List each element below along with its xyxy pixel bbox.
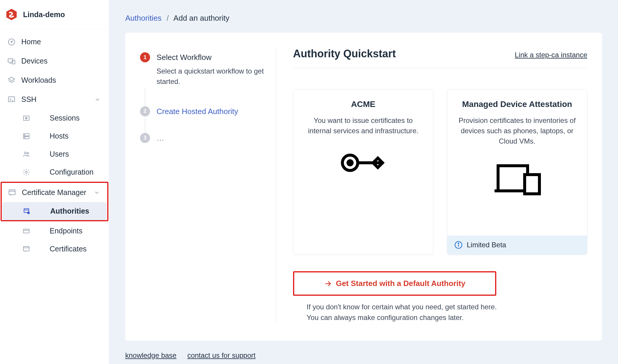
- wizard-connector: [145, 89, 145, 106]
- wizard-step-1: 1 Select Workflow Select a quickstart wo…: [140, 52, 270, 87]
- cta-label: Get Started with a Default Authority: [336, 279, 465, 288]
- wizard-step-2[interactable]: 2 Create Hosted Authority: [140, 106, 270, 116]
- default-authority-button[interactable]: Get Started with a Default Authority: [294, 272, 495, 295]
- beta-label: Limited Beta: [467, 241, 506, 249]
- svg-rect-32: [525, 175, 539, 194]
- footer-support-link[interactable]: contact us for support: [187, 351, 256, 359]
- nav-cert-manager[interactable]: Certificate Manager: [2, 183, 107, 202]
- brand-logo-icon: [5, 8, 18, 21]
- svg-rect-7: [9, 97, 15, 101]
- stack-icon: [7, 76, 16, 84]
- cta-row: Get Started with a Default Authority If …: [293, 271, 587, 323]
- devices-icon: [7, 57, 16, 65]
- footer-links: knowledge base contact us for support: [125, 341, 602, 364]
- main-area: Authorities / Add an authority 1 Select …: [109, 0, 618, 364]
- tile-mda-title: Managed Device Attestation: [462, 99, 572, 110]
- nav-home[interactable]: Home: [2, 32, 107, 51]
- nav-workloads-label: Workloads: [21, 76, 56, 84]
- svg-rect-18: [9, 190, 15, 194]
- sidebar-highlight: Certificate Manager Authorities: [1, 182, 108, 221]
- step-3-title: …: [157, 134, 164, 143]
- brand: Linda-demo: [0, 0, 109, 29]
- nav-ssh-configuration[interactable]: Configuration: [2, 163, 107, 181]
- svg-point-17: [25, 171, 27, 173]
- key-icon: [338, 148, 388, 178]
- step-2-title: Create Hosted Authority: [157, 107, 238, 116]
- svg-rect-24: [23, 229, 29, 233]
- nav-ssh-hosts-label: Hosts: [50, 132, 69, 140]
- nav-cm-label: Certificate Manager: [22, 188, 86, 197]
- server-icon: [22, 132, 31, 140]
- nav-cm-endpoints-label: Endpoints: [50, 227, 82, 235]
- nav-cm-authorities-label: Authorities: [50, 207, 89, 215]
- tile-acme[interactable]: ACME You want to issue certificates to i…: [293, 89, 433, 255]
- wizard-step-3: 3 …: [140, 133, 270, 143]
- certificate-icon: [22, 245, 31, 253]
- nav-home-label: Home: [21, 38, 41, 46]
- sidebar: Linda-demo Home Devices Workloads: [0, 0, 109, 364]
- nav-devices[interactable]: Devices: [2, 51, 107, 71]
- step-1-title: Select Workflow: [157, 53, 270, 62]
- nav-workloads[interactable]: Workloads: [2, 71, 107, 90]
- step-number-2: 2: [140, 106, 150, 116]
- step-1-desc: Select a quickstart workflow to get star…: [157, 66, 270, 87]
- nav-ssh-users[interactable]: Users: [2, 145, 107, 163]
- svg-point-15: [25, 152, 27, 154]
- main-card: 1 Select Workflow Select a quickstart wo…: [125, 33, 602, 341]
- nav-cm-certificates-label: Certificates: [50, 245, 87, 253]
- svg-point-35: [458, 243, 459, 244]
- svg-point-2: [11, 41, 12, 43]
- breadcrumb-current: Add an authority: [173, 14, 229, 22]
- svg-point-29: [348, 161, 352, 165]
- content-panel: Authority Quickstart Link a step-ca inst…: [282, 48, 587, 323]
- tile-mda[interactable]: Managed Device Attestation Provision cer…: [447, 89, 587, 255]
- nav-ssh-sessions[interactable]: Sessions: [2, 109, 107, 127]
- page-title: Authority Quickstart: [293, 48, 396, 60]
- info-icon: [454, 241, 463, 249]
- nav-devices-label: Devices: [21, 57, 48, 65]
- tile-acme-title: ACME: [351, 99, 375, 110]
- nav-cm-certificates[interactable]: Certificates: [2, 240, 107, 258]
- step-number-3: 3: [140, 133, 150, 143]
- tile-acme-desc: You want to issue certificates to intern…: [302, 116, 424, 136]
- nav-ssh-label: SSH: [21, 95, 36, 104]
- footer-kb-link[interactable]: knowledge base: [125, 351, 176, 359]
- gear-icon: [22, 168, 31, 176]
- shield-lock-icon: [22, 207, 31, 215]
- content-header: Authority Quickstart Link a step-ca inst…: [293, 48, 587, 68]
- svg-point-16: [27, 152, 29, 154]
- arrow-right-icon: [324, 280, 332, 287]
- wizard-steps: 1 Select Workflow Select a quickstart wo…: [140, 48, 276, 323]
- gauge-icon: [7, 38, 16, 46]
- chevron-down-icon: [94, 96, 101, 103]
- svg-marker-10: [26, 117, 28, 119]
- nav-ssh-sessions-label: Sessions: [50, 114, 79, 122]
- quickstart-tiles: ACME You want to issue certificates to i…: [293, 89, 587, 255]
- play-window-icon: [22, 114, 31, 122]
- tile-mda-desc: Provision certificates to inventories of…: [456, 116, 578, 146]
- svg-rect-26: [23, 246, 29, 251]
- nav-ssh-config-label: Configuration: [50, 168, 94, 176]
- step-number-1: 1: [140, 52, 150, 62]
- terminal-icon: [7, 95, 16, 104]
- nav-cm-authorities[interactable]: Authorities: [2, 202, 107, 220]
- svg-marker-6: [9, 77, 15, 81]
- users-icon: [22, 150, 31, 158]
- breadcrumb-separator: /: [167, 14, 169, 22]
- org-name: Linda-demo: [23, 10, 65, 19]
- cert-manager-icon: [8, 188, 17, 197]
- devices-large-icon: [492, 158, 542, 197]
- chevron-down-icon: [94, 189, 100, 196]
- svg-point-14: [25, 137, 25, 138]
- nav-ssh-users-label: Users: [50, 150, 69, 158]
- nav-cm-endpoints[interactable]: Endpoints: [2, 222, 107, 240]
- breadcrumb: Authorities / Add an authority: [125, 14, 602, 23]
- beta-badge: Limited Beta: [447, 235, 587, 254]
- breadcrumb-root[interactable]: Authorities: [125, 14, 162, 22]
- nav-ssh-hosts[interactable]: Hosts: [2, 127, 107, 145]
- nav-ssh[interactable]: SSH: [2, 90, 107, 109]
- svg-point-13: [25, 134, 25, 135]
- sidebar-nav: Home Devices Workloads SSH: [0, 29, 109, 258]
- link-step-ca-link[interactable]: Link a step-ca instance: [515, 51, 587, 59]
- wizard-connector: [145, 118, 145, 133]
